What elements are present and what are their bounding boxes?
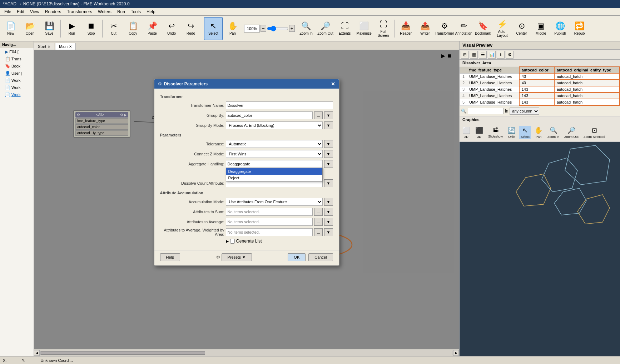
bookmark-button[interactable]: 🔖 Bookmark <box>474 17 492 40</box>
attrs-to-sum-browse-btn[interactable]: ... <box>314 208 322 216</box>
sidebar-item-user[interactable]: 👤 User [ <box>0 70 34 77</box>
presets-button[interactable]: Presets ▼ <box>222 253 252 261</box>
group-by-dropdown-btn[interactable]: ▼ <box>324 111 333 119</box>
annotation-button[interactable]: ✏ Annotation <box>455 17 473 40</box>
attrs-to-sum-input[interactable] <box>226 208 313 216</box>
attrs-to-avg-weighted-input[interactable] <box>226 228 313 236</box>
vp-btn-grid[interactable]: ▦ <box>470 51 478 59</box>
menu-view[interactable]: View <box>27 9 42 15</box>
zoom-in-button[interactable]: 🔍 Zoom In <box>297 17 316 40</box>
vp-table-container[interactable]: fme_feature_type autocad_color autocad_o… <box>460 66 620 106</box>
attrs-to-avg-dropdown-btn[interactable]: ▼ <box>324 218 333 226</box>
connect-z-mode-select[interactable]: First Wins <box>226 150 323 158</box>
dissolve-count-attr-dropdown-btn[interactable]: ▼ <box>324 179 333 187</box>
vp-btn-stats[interactable]: 📊 <box>488 51 496 59</box>
attrs-to-avg-weighted-dropdown-btn[interactable]: ▼ <box>324 228 333 236</box>
full-screen-button[interactable]: ⛶ Full Screen <box>374 17 393 40</box>
graphics-zoom-out-btn[interactable]: 🔎 Zoom Out <box>563 126 580 139</box>
help-button[interactable]: Help <box>160 253 180 261</box>
copy-button[interactable]: 📋 Copy <box>124 17 142 40</box>
vp-btn-list[interactable]: ☰ <box>479 51 487 59</box>
graphics-slideshow-btn[interactable]: 📽 Slideshow <box>487 126 504 139</box>
search-input[interactable] <box>468 108 504 114</box>
connect-z-mode-dropdown-btn[interactable]: ▼ <box>324 150 333 158</box>
select-button[interactable]: ↖ Select <box>204 17 223 40</box>
auto-layout-button[interactable]: ⚡ Auto-Layout <box>493 17 512 40</box>
sidebar-item-book[interactable]: 🔖 Book <box>0 63 34 70</box>
graphics-2d-btn[interactable]: ⬜ 2D <box>461 126 472 139</box>
attrs-to-avg-weighted-browse-btn[interactable]: ... <box>314 228 322 236</box>
group-by-browse-button[interactable]: ... <box>314 111 322 119</box>
ok-button[interactable]: OK <box>288 253 306 261</box>
tab-start[interactable]: Start ✕ <box>34 43 54 50</box>
middle-button[interactable]: ▣ Middle <box>532 17 550 40</box>
dropdown-item-deaggregate[interactable]: Deaggregate <box>226 168 322 175</box>
generate-list-checkbox[interactable] <box>230 239 235 244</box>
publish-button[interactable]: 🌐 Publish <box>551 17 570 40</box>
hscroll-left[interactable]: ◀ <box>34 350 40 356</box>
generate-list-expand[interactable]: ▶ <box>226 239 229 244</box>
undo-button[interactable]: ↩ Undo <box>162 17 181 40</box>
menu-run[interactable]: Run <box>114 9 128 15</box>
save-button[interactable]: 💾 Save <box>40 17 59 40</box>
menu-help[interactable]: Help <box>144 9 158 15</box>
open-button[interactable]: 📂 Open <box>21 17 39 40</box>
dialog-close-button[interactable]: ✕ <box>331 81 335 87</box>
menu-transformers[interactable]: Transformers <box>64 9 95 15</box>
vp-btn-info[interactable]: ℹ <box>497 51 505 59</box>
tolerance-dropdown-btn[interactable]: ▼ <box>324 140 333 148</box>
vp-btn-table[interactable]: ⊞ <box>461 51 469 59</box>
hscroll-track[interactable] <box>40 351 452 355</box>
tolerance-select[interactable]: Automatic <box>226 140 323 148</box>
zoom-out-button[interactable]: 🔎 Zoom Out <box>316 17 335 40</box>
group-by-mode-dropdown-btn[interactable]: ▼ <box>324 121 333 129</box>
reader-button[interactable]: 📥 Reader <box>397 17 415 40</box>
transformer-button[interactable]: ⚙ Transformer <box>435 17 454 40</box>
graphics-select-btn[interactable]: ↖ Select <box>519 126 531 139</box>
vp-btn-settings[interactable]: ⚙ <box>506 51 514 59</box>
attrs-to-avg-browse-btn[interactable]: ... <box>314 218 322 226</box>
paste-button[interactable]: 📌 Paste <box>143 17 162 40</box>
graphics-orbit-btn[interactable]: 🔄 Orbit <box>506 126 517 139</box>
sidebar-item-e04[interactable]: ▶ E04 [ <box>0 48 34 55</box>
transformer-name-input[interactable] <box>226 101 333 109</box>
pan-button[interactable]: ✋ Pan <box>223 17 242 40</box>
aggregate-handling-dropdown-btn[interactable]: ▼ <box>324 160 333 168</box>
graphics-pan-btn[interactable]: ✋ Pan <box>533 126 544 139</box>
tab-start-close[interactable]: ✕ <box>48 45 50 49</box>
dropdown-item-reject[interactable]: Reject <box>226 175 322 181</box>
graphics-zoom-selected-btn[interactable]: ⊡ Zoom Selected <box>582 126 607 139</box>
zoom-slider[interactable] <box>267 26 288 31</box>
sidebar-item-work1[interactable]: 📄 Work <box>0 77 34 84</box>
aggregate-handling-input[interactable] <box>226 160 323 168</box>
stop-button[interactable]: ⏹ Stop <box>82 17 100 40</box>
graphics-view[interactable] <box>460 142 620 356</box>
menu-tools[interactable]: Tools <box>128 9 144 15</box>
zoom-plus[interactable]: + <box>289 25 295 32</box>
menu-edit[interactable]: Edit <box>14 9 27 15</box>
tab-main[interactable]: Main ✕ <box>55 43 76 50</box>
tab-main-close[interactable]: ✕ <box>69 45 72 49</box>
sidebar-item-work3[interactable]: 📄 Work <box>0 91 34 98</box>
center-button[interactable]: ⊙ Center <box>512 17 531 40</box>
canvas[interactable]: ⚙ <All> ⚙ ▶ fme_feature_type autocad_col… <box>34 50 459 349</box>
redo-button[interactable]: ↪ Redo <box>182 17 200 40</box>
menu-file[interactable]: File <box>1 9 14 15</box>
graphics-zoom-in-btn[interactable]: 🔍 Zoom In <box>546 126 561 139</box>
extents-button[interactable]: ⛶ Extents <box>336 17 354 40</box>
new-button[interactable]: 📄 New <box>1 17 20 40</box>
hscroll-right[interactable]: ▶ <box>453 350 459 356</box>
run-button[interactable]: ▶ Run <box>63 17 81 40</box>
graphics-3d-btn[interactable]: ⬛ 3D <box>474 126 485 139</box>
maximize-button[interactable]: ⬜ Maximize <box>355 17 373 40</box>
attrs-to-sum-dropdown-btn[interactable]: ▼ <box>324 208 333 216</box>
menu-readers[interactable]: Readers <box>42 9 64 15</box>
writer-button[interactable]: 📤 Writer <box>416 17 435 40</box>
zoom-minus[interactable]: − <box>261 25 266 32</box>
cancel-button[interactable]: Cancel <box>308 253 333 261</box>
group-by-input[interactable] <box>226 111 313 119</box>
cut-button[interactable]: ✂ Cut <box>104 17 123 40</box>
accumulation-mode-dropdown-btn[interactable]: ▼ <box>324 198 333 206</box>
search-column-select[interactable]: any column <box>510 108 539 115</box>
accumulation-mode-select[interactable]: Use Attributes From One Feature <box>226 198 323 206</box>
